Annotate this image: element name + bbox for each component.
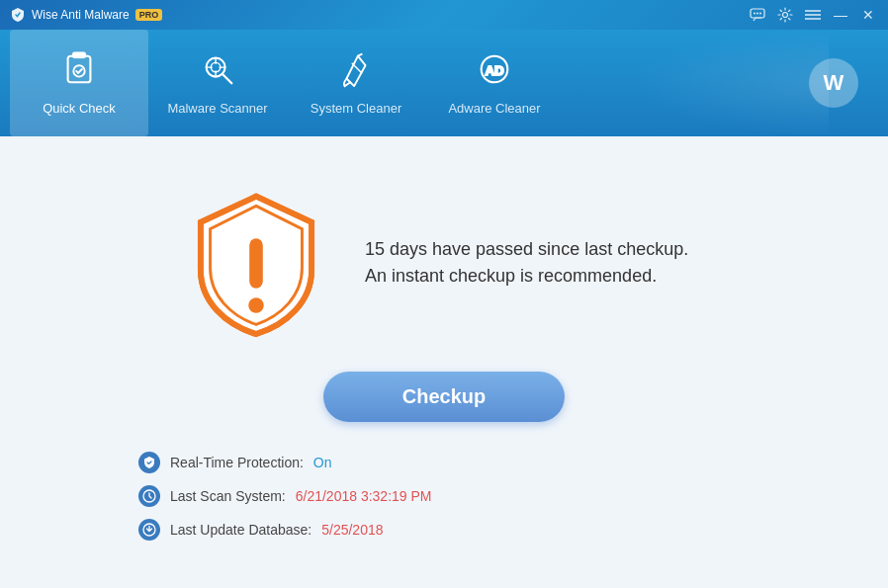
malware-scanner-label: Malware Scanner <box>167 101 267 116</box>
system-cleaner-icon <box>337 50 375 93</box>
alert-section: 15 days have passed since last checkup. … <box>177 184 711 342</box>
minimize-button[interactable]: — <box>831 5 850 25</box>
svg-point-23 <box>248 297 263 312</box>
svg-line-12 <box>222 74 232 84</box>
nav-items: Quick Check Malware Scanner <box>10 30 809 136</box>
adware-cleaner-icon: AD <box>476 50 513 93</box>
svg-text:AD: AD <box>485 63 504 78</box>
last-update-icon <box>138 519 160 541</box>
last-scan-value: 6/21/2018 3:32:19 PM <box>296 488 432 504</box>
app-title: Wise Anti Malware <box>32 8 130 22</box>
last-scan-item: Last Scan System: 6/21/2018 3:32:19 PM <box>138 485 432 507</box>
menu-button[interactable] <box>803 5 823 25</box>
svg-line-18 <box>358 54 362 56</box>
last-update-value: 5/25/2018 <box>321 522 383 538</box>
last-scan-icon <box>138 485 160 507</box>
pro-badge: PRO <box>135 9 163 21</box>
nav-bar: Quick Check Malware Scanner <box>0 30 888 136</box>
app-icon <box>10 7 26 23</box>
svg-rect-8 <box>68 56 91 83</box>
quick-check-label: Quick Check <box>43 101 116 116</box>
svg-point-4 <box>783 13 788 18</box>
shield-warning-icon <box>177 184 335 342</box>
system-cleaner-label: System Cleaner <box>311 101 401 116</box>
realtime-label: Real-Time Protection: <box>170 455 304 470</box>
main-content: 15 days have passed since last checkup. … <box>0 136 888 588</box>
status-section: Real-Time Protection: On Last Scan Syste… <box>138 452 432 541</box>
alert-message: 15 days have passed since last checkup. … <box>365 236 711 290</box>
nav-item-adware-cleaner[interactable]: AD Adware Cleaner <box>425 30 564 136</box>
svg-line-19 <box>352 63 362 73</box>
last-update-label: Last Update Database: <box>170 522 311 538</box>
title-bar-right: — ✕ <box>748 5 878 25</box>
checkup-button[interactable]: Checkup <box>323 372 565 422</box>
title-bar: Wise Anti Malware PRO — <box>0 0 888 30</box>
last-scan-label: Last Scan System: <box>170 488 286 504</box>
svg-point-1 <box>754 13 755 15</box>
user-avatar[interactable]: W <box>809 58 858 108</box>
title-bar-left: Wise Anti Malware PRO <box>10 7 162 23</box>
realtime-protection-icon <box>138 452 160 473</box>
adware-cleaner-label: Adware Cleaner <box>448 101 540 116</box>
svg-rect-22 <box>249 238 263 288</box>
svg-point-2 <box>756 13 758 15</box>
chat-button[interactable] <box>748 5 767 25</box>
realtime-value[interactable]: On <box>313 455 332 470</box>
quick-check-icon <box>60 50 98 93</box>
realtime-protection-item: Real-Time Protection: On <box>138 452 432 473</box>
settings-button[interactable] <box>775 5 795 25</box>
close-button[interactable]: ✕ <box>858 5 878 25</box>
last-update-item: Last Update Database: 5/25/2018 <box>138 519 432 541</box>
nav-item-quick-check[interactable]: Quick Check <box>10 30 148 136</box>
malware-scanner-icon <box>199 50 236 93</box>
svg-point-3 <box>759 13 761 15</box>
svg-rect-9 <box>72 52 85 58</box>
nav-item-system-cleaner[interactable]: System Cleaner <box>287 30 425 136</box>
nav-item-malware-scanner[interactable]: Malware Scanner <box>148 30 287 136</box>
